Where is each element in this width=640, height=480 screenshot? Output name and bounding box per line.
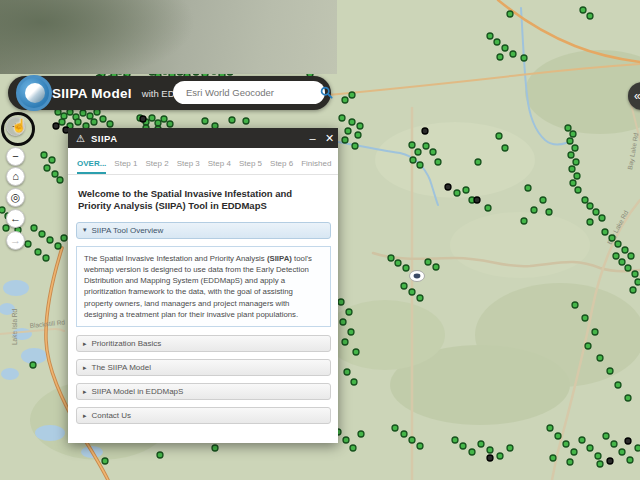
tab-step-4[interactable]: Step 4	[208, 156, 231, 174]
species-point-marker[interactable]	[494, 39, 500, 45]
tab-over-[interactable]: OVER...	[77, 156, 106, 174]
species-point-marker[interactable]	[474, 197, 480, 203]
species-point-marker[interactable]	[140, 116, 146, 122]
species-point-marker[interactable]	[57, 177, 63, 183]
species-point-marker[interactable]	[445, 184, 451, 190]
species-point-marker[interactable]	[580, 7, 586, 13]
species-point-marker[interactable]	[487, 447, 493, 453]
tab-step-1[interactable]: Step 1	[114, 156, 137, 174]
species-point-marker[interactable]	[403, 265, 409, 271]
species-point-marker[interactable]	[570, 131, 576, 137]
species-point-marker[interactable]	[630, 287, 636, 293]
species-point-marker[interactable]	[422, 128, 428, 134]
species-point-marker[interactable]	[595, 453, 601, 459]
species-point-marker[interactable]	[339, 115, 345, 121]
species-point-marker[interactable]	[546, 209, 552, 215]
previous-extent-button[interactable]: ←	[6, 209, 25, 228]
tab-finished[interactable]: Finished	[301, 156, 331, 174]
species-point-marker[interactable]	[53, 123, 59, 129]
species-point-marker[interactable]	[625, 395, 631, 401]
species-point-marker[interactable]	[603, 433, 609, 439]
species-point-marker[interactable]	[452, 437, 458, 443]
species-point-marker[interactable]	[573, 159, 579, 165]
species-point-marker[interactable]	[569, 166, 575, 172]
species-point-marker[interactable]	[592, 329, 598, 335]
species-point-marker[interactable]	[149, 115, 155, 121]
species-point-marker[interactable]	[611, 441, 617, 447]
species-point-marker[interactable]	[47, 237, 53, 243]
species-point-marker[interactable]	[167, 121, 173, 127]
species-point-marker[interactable]	[346, 309, 352, 315]
species-point-marker[interactable]	[409, 142, 415, 148]
species-point-marker[interactable]	[521, 55, 527, 61]
species-point-marker[interactable]	[229, 117, 235, 123]
tab-step-3[interactable]: Step 3	[177, 156, 200, 174]
species-point-marker[interactable]	[344, 369, 350, 375]
species-point-marker[interactable]	[31, 225, 37, 231]
species-point-marker[interactable]	[599, 215, 605, 221]
close-button[interactable]: ✕	[321, 128, 338, 148]
species-point-marker[interactable]	[497, 453, 503, 459]
species-point-marker[interactable]	[460, 443, 466, 449]
species-point-marker[interactable]	[540, 197, 546, 203]
species-point-marker[interactable]	[622, 247, 628, 253]
species-point-marker[interactable]	[353, 349, 359, 355]
species-point-marker[interactable]	[417, 295, 423, 301]
species-point-marker[interactable]	[342, 97, 348, 103]
species-point-marker[interactable]	[582, 315, 588, 321]
species-point-marker[interactable]	[507, 445, 513, 451]
species-point-marker[interactable]	[572, 145, 578, 151]
species-point-marker[interactable]	[343, 437, 349, 443]
zoom-out-button[interactable]: −	[6, 147, 25, 166]
species-point-marker[interactable]	[550, 455, 556, 461]
species-point-marker[interactable]	[563, 441, 569, 447]
accordion-header-the-siipa-model[interactable]: ▸The SIIPA Model	[76, 359, 331, 376]
species-point-marker[interactable]	[352, 143, 358, 149]
species-point-marker[interactable]	[587, 203, 593, 209]
next-extent-button[interactable]: →	[6, 231, 25, 250]
species-point-marker[interactable]	[417, 162, 423, 168]
species-point-marker[interactable]	[107, 121, 113, 127]
species-point-marker[interactable]	[243, 118, 249, 124]
species-point-marker[interactable]	[55, 243, 61, 249]
species-point-marker[interactable]	[510, 51, 516, 57]
species-point-marker[interactable]	[43, 255, 49, 261]
species-point-marker[interactable]	[478, 441, 484, 447]
species-point-marker[interactable]	[555, 433, 561, 439]
species-point-marker[interactable]	[30, 362, 36, 368]
species-point-marker[interactable]	[574, 173, 580, 179]
species-point-marker[interactable]	[351, 379, 357, 385]
species-point-marker[interactable]	[602, 229, 608, 235]
species-point-marker[interactable]	[487, 455, 493, 461]
species-point-marker[interactable]	[401, 283, 407, 289]
species-point-marker[interactable]	[357, 123, 363, 129]
species-point-marker[interactable]	[409, 437, 415, 443]
tab-step-5[interactable]: Step 5	[239, 156, 262, 174]
species-point-marker[interactable]	[613, 253, 619, 259]
species-point-marker[interactable]	[41, 152, 47, 158]
dialog-titlebar[interactable]: ⚠ SIIPA – ✕	[68, 128, 338, 148]
species-point-marker[interactable]	[575, 187, 581, 193]
species-point-marker[interactable]	[496, 133, 502, 139]
species-point-marker[interactable]	[25, 241, 31, 247]
accordion-header-prioritization-basics[interactable]: ▸Prioritization Basics	[76, 335, 331, 352]
species-point-marker[interactable]	[349, 92, 355, 98]
locate-button[interactable]: ◎	[6, 188, 25, 207]
species-point-marker[interactable]	[475, 159, 481, 165]
species-point-marker[interactable]	[100, 116, 106, 122]
species-point-marker[interactable]	[635, 445, 640, 451]
species-point-marker[interactable]	[521, 218, 527, 224]
species-point-marker[interactable]	[507, 11, 513, 17]
species-point-marker[interactable]	[423, 143, 429, 149]
species-point-marker[interactable]	[619, 449, 625, 455]
species-point-marker[interactable]	[632, 271, 638, 277]
species-point-marker[interactable]	[607, 368, 613, 374]
species-point-marker[interactable]	[75, 119, 81, 125]
species-point-marker[interactable]	[59, 119, 65, 125]
species-point-marker[interactable]	[39, 231, 45, 237]
species-point-marker[interactable]	[433, 264, 439, 270]
species-point-marker[interactable]	[345, 128, 351, 134]
search-button[interactable]	[320, 81, 333, 104]
species-point-marker[interactable]	[570, 180, 576, 186]
species-point-marker[interactable]	[502, 45, 508, 51]
